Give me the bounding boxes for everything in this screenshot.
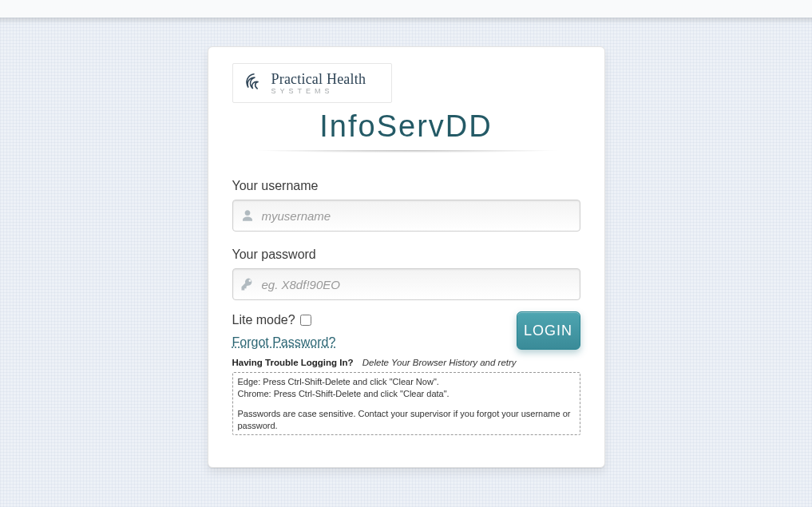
user-icon: [240, 208, 255, 223]
username-label: Your username: [232, 179, 580, 193]
lite-mode-checkbox[interactable]: [300, 315, 311, 326]
username-input[interactable]: [232, 200, 580, 232]
swirl-icon: [243, 72, 265, 94]
help-line-password: Passwords are case sensitive. Contact yo…: [238, 408, 575, 432]
brand-name-line1: Practical Health: [271, 72, 366, 86]
login-button[interactable]: LOGIN: [517, 311, 580, 350]
lite-mode-label: Lite mode?: [232, 313, 295, 327]
app-title: InfoServDD: [232, 109, 580, 144]
brand-name-line2: SYSTEMS: [271, 88, 366, 95]
lite-mode-row[interactable]: Lite mode?: [232, 313, 311, 327]
help-line-chrome: Chrome: Press Ctrl-Shift-Delete and clic…: [238, 388, 575, 400]
password-label: Your password: [232, 248, 580, 262]
top-bar-shadow: [0, 18, 812, 24]
brand-logo: Practical Health SYSTEMS: [232, 63, 392, 103]
key-icon: [240, 277, 255, 291]
login-card: Practical Health SYSTEMS InfoServDD Your…: [208, 46, 605, 468]
password-input[interactable]: [232, 268, 580, 300]
trouble-tip: Delete Your Browser History and retry: [362, 358, 517, 367]
help-line-edge: Edge: Press Ctrl-Shift-Delete and click …: [238, 376, 575, 388]
trouble-label: Having Trouble Logging In?: [232, 358, 354, 367]
header-divider: [224, 150, 588, 158]
forgot-password-link[interactable]: Forgot Password?: [232, 335, 336, 350]
help-box: Edge: Press Ctrl-Shift-Delete and click …: [232, 372, 580, 435]
